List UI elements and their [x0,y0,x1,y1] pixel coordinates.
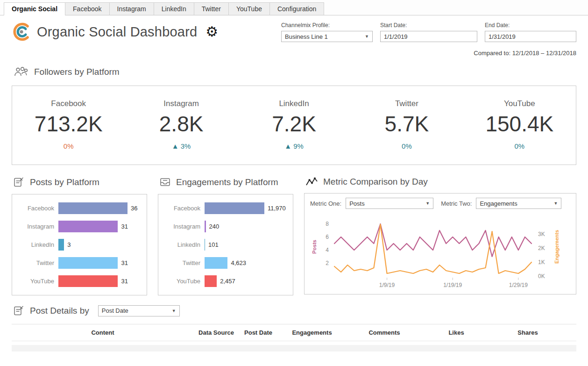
tab-instagram[interactable]: Instagram [109,2,154,15]
svg-text:1/19/19: 1/19/19 [443,282,462,288]
chevron-down-icon: ▼ [172,309,176,313]
bar[interactable] [58,202,128,214]
bar-row-instagram: Instagram31 [17,221,142,232]
profile-selected-value: Business Line 1 [285,33,328,40]
tab-youtube[interactable]: YouTube [228,2,270,15]
kpi-card-twitter[interactable]: Twitter5.7K0% [350,86,463,165]
post-details-table: ContentData SourcePost DateEngagementsCo… [12,324,576,352]
bar-value-label: 3 [67,241,71,248]
bar-category-label: YouTube [163,278,200,285]
bar-value-label: 11,970 [268,205,286,212]
bar-row-facebook: Facebook11,970 [163,202,288,214]
table-header-row: ContentData SourcePost DateEngagementsCo… [12,324,576,341]
post-details-heading: Post Details by Post Date ▼ [13,305,588,316]
column-header-content[interactable]: Content [12,329,194,336]
bar-row-facebook: Facebook36 [17,202,142,214]
posts-by-platform-section: Posts by Platform Facebook36Instagram31L… [12,176,147,295]
start-date-input[interactable] [380,31,477,42]
tab-twitter[interactable]: Twitter [194,2,229,15]
column-header-post-date[interactable]: Post Date [239,329,278,336]
tab-organic-social[interactable]: Organic Social [4,2,65,15]
kpi-platform-name: Instagram [125,99,237,108]
bar-row-instagram: Instagram240 [163,221,288,232]
bar[interactable] [205,221,206,232]
tab-configuration[interactable]: Configuration [269,2,324,15]
bar-category-label: LinkedIn [163,241,200,248]
bar-category-label: Instagram [163,223,200,230]
dashboard-header: Organic Social Dashboard ⚙ Channelmix Pr… [12,22,576,42]
svg-text:2K: 2K [538,245,545,251]
bar-category-label: Facebook [17,205,54,212]
title-group: Organic Social Dashboard ⚙ [12,22,218,42]
bar-value-label: 36 [131,205,137,212]
profile-control: Channelmix Profile: Business Line 1 ▼ [281,22,373,42]
metric-two-label: Metric Two: [441,200,472,207]
kpi-card-instagram[interactable]: Instagram2.8K▲ 3% [125,86,237,165]
column-header-likes[interactable]: Likes [423,329,490,336]
filter-controls: Channelmix Profile: Business Line 1 ▼ St… [281,22,576,42]
kpi-platform-name: Facebook [12,99,125,108]
bar-value-label: 4,623 [231,259,246,266]
svg-text:8: 8 [326,221,329,227]
bar[interactable] [58,239,64,251]
metric-controls: Metric One: Posts ▼ Metric Two: Engageme… [310,198,570,209]
bar-value-label: 101 [208,241,219,248]
column-header-shares[interactable]: Shares [490,329,566,336]
metric-heading-label: Metric Comparison by Day [323,177,428,187]
table-row[interactable] [12,345,576,352]
kpi-card-linkedin[interactable]: LinkedIn7.2K▲ 9% [238,86,350,165]
kpi-value: 713.2K [12,111,125,136]
column-header-data-source[interactable]: Data Source [194,329,239,336]
end-date-label: End Date: [485,22,576,29]
kpi-value: 150.4K [463,111,576,136]
line-chart-icon [305,176,318,187]
bar[interactable] [58,221,118,232]
tab-bar: Organic SocialFacebookInstagramLinkedInT… [0,0,588,15]
kpi-delta: ▲ 3% [125,142,237,150]
profile-select[interactable]: Business Line 1 ▼ [281,31,373,42]
dual-axis-line-chart[interactable]: 24680K1K2K3K1/9/191/19/191/29/19PostsEng… [310,211,570,289]
bar[interactable] [58,275,118,287]
svg-text:2: 2 [326,260,329,266]
bar-value-label: 31 [121,259,128,266]
tab-facebook[interactable]: Facebook [65,2,109,15]
bar-value-label: 240 [209,223,220,230]
kpi-value: 7.2K [238,111,350,136]
kpi-delta: 0% [350,142,463,150]
bar-category-label: Twitter [163,259,200,266]
bar-value-label: 31 [121,223,128,230]
tab-linkedin[interactable]: LinkedIn [154,2,194,15]
settings-gear-icon[interactable]: ⚙ [205,25,218,39]
kpi-delta: 0% [463,142,576,150]
svg-text:3K: 3K [538,231,545,237]
svg-text:0K: 0K [538,273,545,280]
engagements-by-platform-section: Engagements by Platform Facebook11,970In… [158,176,293,295]
bar-category-label: Facebook [163,205,200,212]
metric-one-select[interactable]: Posts ▼ [346,198,433,209]
posts-heading-label: Posts by Platform [30,177,99,187]
posts-section-heading: Posts by Platform [13,176,147,188]
bar-category-label: Instagram [17,223,54,230]
bar-category-label: LinkedIn [17,241,54,248]
kpi-platform-name: Twitter [350,99,463,108]
chevron-down-icon: ▼ [365,34,369,39]
bar[interactable] [58,257,118,269]
bar[interactable] [205,257,227,269]
start-date-control: Start Date: [380,22,477,42]
column-header-engagements[interactable]: Engagements [278,329,346,336]
kpi-card-facebook[interactable]: Facebook713.2K0% [12,86,125,165]
end-date-input[interactable] [485,31,576,42]
post-document-icon [13,176,25,188]
followers-group-icon [13,66,29,78]
bar[interactable] [205,275,217,287]
bar[interactable] [205,239,205,251]
svg-text:1/29/19: 1/29/19 [509,282,528,288]
post-details-sort-select[interactable]: Post Date ▼ [98,305,180,316]
kpi-platform-name: LinkedIn [238,99,350,108]
kpi-platform-name: YouTube [463,99,576,108]
metric-two-select[interactable]: Engagements ▼ [476,198,561,209]
bar[interactable] [205,202,264,214]
svg-text:Engagements: Engagements [554,230,560,264]
column-header-comments[interactable]: Comments [346,329,423,336]
kpi-card-youtube[interactable]: YouTube150.4K0% [463,86,576,165]
